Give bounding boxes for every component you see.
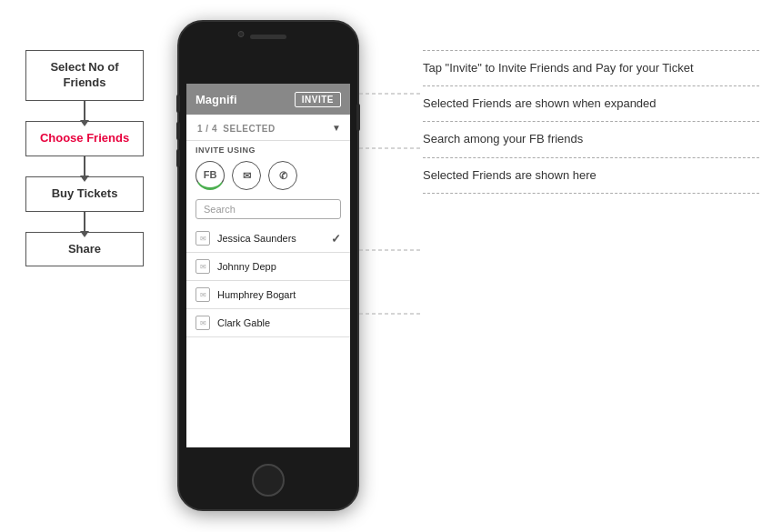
- search-bar[interactable]: Search: [196, 199, 341, 219]
- friend-name-johnny: Johnny Depp: [217, 261, 341, 272]
- app-header: Magnifi INVITE: [186, 84, 350, 115]
- phone-vol-button-3: [176, 149, 180, 167]
- friend-icon-jessica: ✉: [196, 231, 210, 246]
- friend-row-humphrey[interactable]: ✉ Humphrey Bogart: [186, 281, 350, 309]
- phone-invite-icon[interactable]: ✆: [268, 161, 297, 190]
- app-title: Magnifi: [196, 93, 237, 106]
- invite-using-label: INVITE USING: [186, 141, 350, 157]
- friend-row-clark[interactable]: ✉ Clark Gable: [186, 309, 350, 337]
- friend-icon-clark: ✉: [196, 316, 210, 330]
- flow-arrow-3: [84, 212, 85, 232]
- friend-icon-johnny: ✉: [196, 259, 210, 274]
- fb-invite-icon[interactable]: FB: [196, 161, 225, 190]
- annotations-panel: Tap "Invite" to Invite Friends and Pay f…: [423, 50, 759, 194]
- selected-bar[interactable]: 1 / 4 SELECTED ▼: [186, 115, 350, 141]
- phone-icon: ✆: [279, 170, 287, 182]
- email-icon: ✉: [243, 170, 251, 182]
- flow-step-select[interactable]: Select No of Friends: [25, 50, 144, 101]
- phone-power-button: [356, 104, 360, 131]
- flow-diagram: Select No of Friends Choose Friends Buy …: [25, 50, 144, 266]
- friend-row-johnny[interactable]: ✉ Johnny Depp: [186, 253, 350, 281]
- email-invite-icon[interactable]: ✉: [232, 161, 261, 190]
- annotation-selected: Selected Friends are shown when expanded: [423, 86, 759, 122]
- friend-name-clark: Clark Gable: [217, 317, 341, 328]
- annotation-friends: Selected Friends are shown here: [423, 158, 759, 194]
- friend-name-humphrey: Humphrey Bogart: [217, 289, 341, 300]
- annotation-search: Search among your FB friends: [423, 122, 759, 157]
- phone-mockup: Magnifi INVITE 1 / 4 SELECTED ▼ INVITE U…: [177, 20, 359, 511]
- phone-camera: [238, 31, 245, 37]
- dropdown-arrow-icon: ▼: [332, 123, 341, 133]
- friend-name-jessica: Jessica Saunders: [217, 233, 324, 244]
- invite-method-icons: FB ✉ ✆: [186, 157, 350, 196]
- phone-screen: Magnifi INVITE 1 / 4 SELECTED ▼ INVITE U…: [186, 84, 350, 447]
- phone-speaker: [250, 35, 286, 39]
- selected-count: 1 / 4 SELECTED: [196, 120, 276, 135]
- flow-arrow-2: [84, 156, 85, 176]
- flow-arrow-1: [84, 101, 85, 121]
- connector-lines: [359, 50, 432, 487]
- search-placeholder: Search: [204, 204, 236, 215]
- phone-vol-button-1: [176, 95, 180, 113]
- phone-vol-button-2: [176, 122, 180, 140]
- annotation-invite: Tap "Invite" to Invite Friends and Pay f…: [423, 50, 759, 86]
- friend-row-jessica[interactable]: ✉ Jessica Saunders ✓: [186, 225, 350, 253]
- phone-home-button[interactable]: [252, 464, 285, 497]
- invite-button[interactable]: INVITE: [295, 92, 341, 107]
- checkmark-jessica: ✓: [331, 232, 341, 246]
- friend-icon-humphrey: ✉: [196, 287, 210, 302]
